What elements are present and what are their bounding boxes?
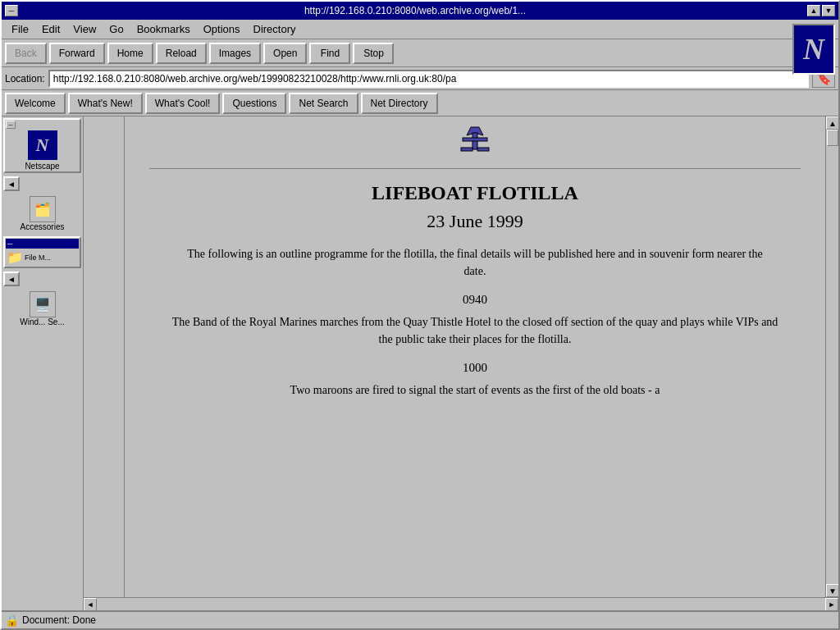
horizontal-scroll-track[interactable] xyxy=(97,598,825,611)
stop-button[interactable]: Stop xyxy=(353,43,394,64)
net-directory-button[interactable]: Net Directory xyxy=(361,93,438,114)
title-bar: ─ http://192.168.0.210:8080/web.archive.… xyxy=(2,2,838,20)
sidebar-arrow-btn[interactable]: ◄ xyxy=(3,176,20,191)
net-search-button[interactable]: Net Search xyxy=(289,93,358,114)
sidebar-arrow-down-btn[interactable]: ◄ xyxy=(3,272,20,286)
vertical-scrollbar: ▲ ▼ xyxy=(825,116,838,597)
reload-button[interactable]: Reload xyxy=(156,43,207,64)
scroll-track[interactable] xyxy=(826,130,838,584)
event-desc-0: The Band of the Royal Marines marches fr… xyxy=(166,313,784,348)
images-button[interactable]: Images xyxy=(209,43,261,64)
netscape-small-logo: N xyxy=(28,130,57,160)
event-desc-1: Two maroons are fired to signal the star… xyxy=(166,381,784,399)
scroll-down-button[interactable]: ▼ xyxy=(826,584,838,597)
toolbar: Back Forward Home Reload Images Open Fin… xyxy=(2,39,838,67)
menu-bar: File Edit View Go Bookmarks Options Dire… xyxy=(2,20,838,39)
accessories-label: Accessories xyxy=(21,222,65,231)
status-icon: 🔒 xyxy=(5,614,19,627)
netscape-logo-large: N xyxy=(792,24,835,75)
svg-rect-3 xyxy=(461,148,472,151)
windows-icon[interactable]: 🖥️ Wind... Se... xyxy=(3,291,81,326)
menu-go[interactable]: Go xyxy=(103,21,130,37)
find-button[interactable]: Find xyxy=(309,43,350,64)
horizontal-scrollbar: ◄ ► xyxy=(84,597,838,610)
questions-button[interactable]: Questions xyxy=(222,93,286,114)
home-button[interactable]: Home xyxy=(107,43,153,64)
content-area: LIFEBOAT FLOTILLA 23 June 1999 The follo… xyxy=(84,116,825,597)
welcome-button[interactable]: Welcome xyxy=(5,93,66,114)
page-header-icon xyxy=(149,123,801,160)
ns-minimize-btn[interactable]: ─ xyxy=(6,121,16,129)
left-sidebar: ─ N Netscape ◄ 🗂️ Accessories ─ 📁 xyxy=(2,116,84,610)
event-time-0: 0940 xyxy=(149,293,801,307)
location-input[interactable] xyxy=(48,70,809,88)
menu-file[interactable]: File xyxy=(5,21,35,37)
page-title: LIFEBOAT FLOTILLA xyxy=(149,182,801,204)
file-mgr-title-bar: ─ xyxy=(6,239,79,249)
window-scroll-up-button[interactable]: ▲ xyxy=(807,5,820,16)
top-divider xyxy=(149,168,801,169)
nav-buttons-bar: Welcome What's New! What's Cool! Questio… xyxy=(2,90,838,116)
window-scroll-down-button[interactable]: ▼ xyxy=(822,5,835,16)
browser-content-area: LIFEBOAT FLOTILLA 23 June 1999 The follo… xyxy=(84,116,838,610)
menu-directory[interactable]: Directory xyxy=(247,21,303,37)
scroll-up-button[interactable]: ▲ xyxy=(826,116,838,130)
window-title: http://192.168.0.210:8080/web.archive.or… xyxy=(23,5,807,16)
accessories-icon[interactable]: 🗂️ Accessories xyxy=(3,196,81,231)
menu-view[interactable]: View xyxy=(66,21,103,37)
forward-button[interactable]: Forward xyxy=(49,43,105,64)
status-bar: 🔒 Document: Done xyxy=(2,610,838,628)
svg-rect-4 xyxy=(477,148,489,151)
page-intro: The following is an outline programme fo… xyxy=(182,245,768,280)
file-manager-panel: ─ 📁 File M... xyxy=(3,236,81,268)
window-minimize-button[interactable]: ─ xyxy=(5,5,18,16)
event-time-1: 1000 xyxy=(149,361,801,375)
netscape-small-panel: ─ N Netscape xyxy=(3,118,81,173)
status-text: Document: Done xyxy=(22,614,96,626)
page-content: LIFEBOAT FLOTILLA 23 June 1999 The follo… xyxy=(125,116,825,597)
page-date: 23 June 1999 xyxy=(149,211,801,232)
location-label: Location: xyxy=(5,73,45,84)
file-mgr-minimize[interactable]: ─ xyxy=(7,240,12,248)
open-button[interactable]: Open xyxy=(263,43,307,64)
menu-options[interactable]: Options xyxy=(197,21,247,37)
whats-cool-button[interactable]: What's Cool! xyxy=(145,93,221,114)
windows-label: Wind... Se... xyxy=(20,317,64,326)
menu-edit[interactable]: Edit xyxy=(35,21,66,37)
scroll-right-button[interactable]: ► xyxy=(825,598,838,611)
svg-rect-2 xyxy=(463,138,487,141)
back-button[interactable]: Back xyxy=(5,43,47,64)
whats-new-button[interactable]: What's New! xyxy=(68,93,143,114)
file-mgr-content: 📁 File M... xyxy=(6,249,79,266)
menu-bookmarks[interactable]: Bookmarks xyxy=(130,21,197,37)
netscape-label: Netscape xyxy=(6,162,79,171)
location-bar: Location: 🔖 xyxy=(2,67,838,90)
scroll-left-button[interactable]: ◄ xyxy=(84,598,97,611)
